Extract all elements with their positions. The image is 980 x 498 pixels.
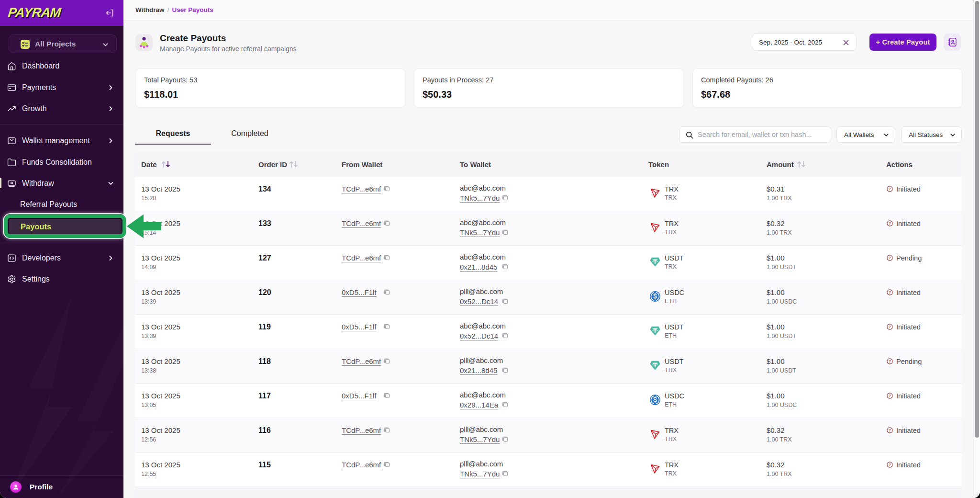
- svg-text:?: ?: [889, 325, 891, 329]
- svg-text:?: ?: [889, 394, 891, 398]
- svg-text:?: ?: [889, 187, 891, 191]
- svg-text:?: ?: [889, 428, 891, 432]
- svg-text:?: ?: [889, 463, 891, 467]
- svg-text:?: ?: [889, 256, 891, 260]
- svg-text:?: ?: [889, 290, 891, 294]
- svg-text:?: ?: [889, 359, 891, 363]
- svg-text:?: ?: [889, 221, 891, 226]
